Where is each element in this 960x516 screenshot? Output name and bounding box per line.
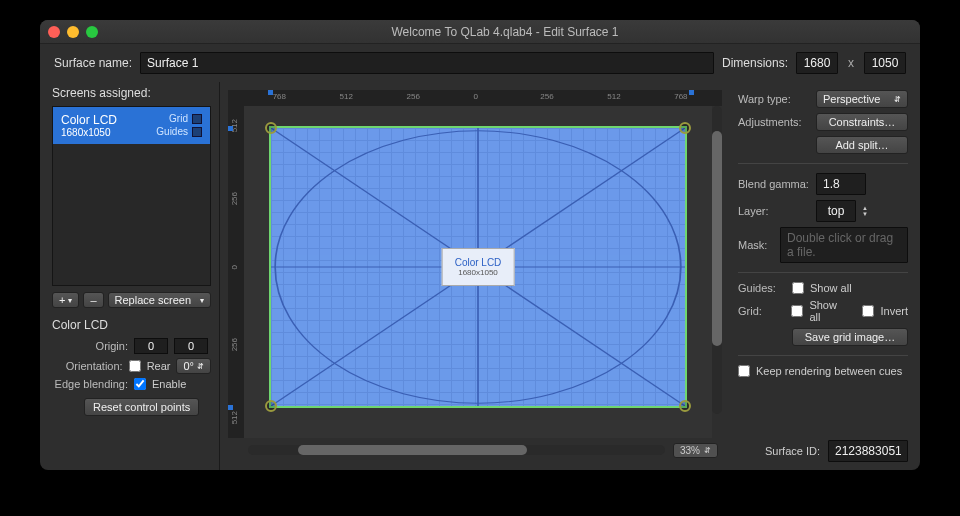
blend-gamma-input[interactable] (816, 173, 866, 195)
traffic-lights (48, 26, 98, 38)
keep-rendering-checkbox[interactable] (738, 365, 750, 377)
right-panel: Warp type: Perspective⇵ Adjustments: Con… (730, 82, 920, 470)
screen-grid-checkbox[interactable] (192, 114, 202, 124)
warp-type-label: Warp type: (738, 93, 810, 105)
control-handle[interactable] (679, 122, 691, 134)
control-handle[interactable] (679, 400, 691, 412)
keep-rendering-label: Keep rendering between cues (756, 365, 902, 377)
surface-center-label: Color LCD 1680x1050 (442, 248, 515, 286)
horizontal-scrollbar[interactable] (248, 445, 665, 455)
titlebar[interactable]: Welcome To QLab 4.qlab4 - Edit Surface 1 (40, 20, 920, 44)
surface-rect[interactable]: Color LCD 1680x1050 (269, 126, 687, 408)
left-panel: Screens assigned: Color LCD 1680x1050 Gr… (40, 82, 220, 470)
layer-stepper[interactable]: ▲▼ (862, 205, 868, 217)
remove-screen-button[interactable]: – (83, 292, 103, 308)
vertical-scrollbar[interactable] (712, 106, 722, 414)
grid-label: Grid: (738, 305, 785, 317)
mask-dropzone[interactable]: Double click or drag a file. (780, 227, 908, 263)
zoom-control[interactable]: 33%⇵ (673, 443, 718, 458)
blend-gamma-label: Blend gamma: (738, 178, 810, 190)
grid-show-all-label: Show all (809, 299, 850, 323)
surface-name-label: Surface name: (54, 56, 132, 70)
replace-screen-button[interactable]: Replace screen▾ (108, 292, 211, 308)
properties-header: Color LCD (52, 318, 211, 332)
reset-control-points-button[interactable]: Reset control points (84, 398, 199, 416)
ruler-corner (228, 90, 244, 106)
ruler-marker-icon (689, 90, 694, 95)
grid-invert-label: Invert (880, 305, 908, 317)
control-handle[interactable] (265, 122, 277, 134)
control-handle[interactable] (265, 400, 277, 412)
close-icon[interactable] (48, 26, 60, 38)
ruler-horizontal[interactable]: 768 512 256 0 256 512 768 (244, 90, 722, 106)
screen-grid-label: Grid (169, 113, 188, 124)
origin-x-input[interactable] (134, 338, 168, 354)
origin-label: Origin: (52, 340, 128, 352)
guides-label: Guides: (738, 282, 786, 294)
guides-show-all-checkbox[interactable] (792, 282, 804, 294)
rear-label: Rear (147, 360, 171, 372)
orientation-label: Orientation: (52, 360, 123, 372)
warp-type-select[interactable]: Perspective⇵ (816, 90, 908, 108)
origin-y-input[interactable] (174, 338, 208, 354)
canvas-panel: 768 512 256 0 256 512 768 512 256 (220, 82, 730, 470)
grid-show-all-checkbox[interactable] (791, 305, 803, 317)
surface-id-label: Surface ID: (765, 445, 820, 457)
zoom-icon[interactable] (86, 26, 98, 38)
dimension-height-input[interactable] (864, 52, 906, 74)
window-title: Welcome To QLab 4.qlab4 - Edit Surface 1 (98, 25, 912, 39)
add-split-button[interactable]: Add split… (816, 136, 908, 154)
dimensions-label: Dimensions: (722, 56, 788, 70)
adjustments-label: Adjustments: (738, 116, 810, 128)
ruler-marker-icon (268, 90, 273, 95)
layer-label: Layer: (738, 205, 810, 217)
screens-list[interactable]: Color LCD 1680x1050 Grid Guides (52, 106, 211, 286)
dimension-width-input[interactable] (796, 52, 838, 74)
ruler-marker-icon (228, 126, 233, 131)
rotation-select[interactable]: 0° ⇵ (176, 358, 211, 374)
screen-properties: Color LCD Origin: Orientation: Rear 0° ⇵… (52, 318, 211, 416)
name-row: Surface name: Dimensions: x (40, 44, 920, 82)
layer-input[interactable] (816, 200, 856, 222)
screen-name: Color LCD (61, 113, 117, 127)
screen-guides-label: Guides (156, 126, 188, 137)
guides-show-all-label: Show all (810, 282, 852, 294)
grid-invert-checkbox[interactable] (862, 305, 874, 317)
edge-blending-label: Edge blending: (52, 378, 128, 390)
surface-id-field[interactable] (828, 440, 908, 462)
save-grid-image-button[interactable]: Save grid image… (792, 328, 908, 346)
constraints-button[interactable]: Constraints… (816, 113, 908, 131)
ruler-marker-icon (228, 405, 233, 410)
enable-label: Enable (152, 378, 186, 390)
rear-checkbox[interactable] (129, 360, 141, 372)
screen-resolution: 1680x1050 (61, 127, 117, 138)
edit-surface-window: Welcome To QLab 4.qlab4 - Edit Surface 1… (40, 20, 920, 470)
minimize-icon[interactable] (67, 26, 79, 38)
screen-guides-checkbox[interactable] (192, 127, 202, 137)
surface-canvas[interactable]: Color LCD 1680x1050 (244, 106, 712, 438)
screen-item[interactable]: Color LCD 1680x1050 Grid Guides (53, 107, 210, 144)
enable-edge-blending-checkbox[interactable] (134, 378, 146, 390)
screens-assigned-label: Screens assigned: (52, 82, 211, 106)
surface-name-input[interactable] (140, 52, 714, 74)
add-screen-button[interactable]: + ▾ (52, 292, 79, 308)
ruler-vertical[interactable]: 512 256 0 256 512 (228, 106, 244, 438)
mask-label: Mask: (738, 239, 774, 251)
dimension-separator: x (846, 56, 856, 70)
